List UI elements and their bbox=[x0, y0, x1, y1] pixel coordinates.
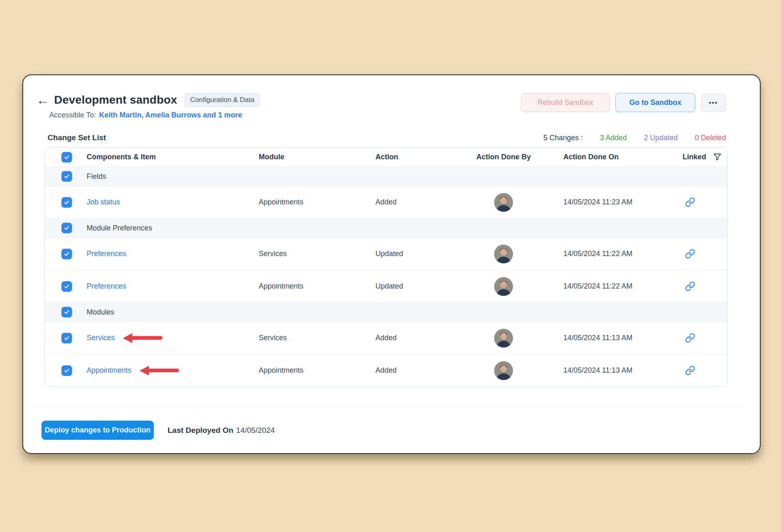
link-icon[interactable] bbox=[685, 281, 695, 291]
action-cell: Added bbox=[371, 334, 469, 342]
row-checkbox[interactable] bbox=[61, 197, 72, 208]
row-checkbox[interactable] bbox=[61, 249, 72, 259]
changes-summary: 5 Changes : 3 Added 2 Updated 0 Deleted bbox=[543, 134, 726, 142]
config-data-badge: Configuration & Data bbox=[185, 93, 260, 107]
red-arrow-shaft bbox=[149, 369, 179, 372]
action-cell: Updated bbox=[371, 250, 469, 258]
component-link[interactable]: Appointments bbox=[87, 366, 131, 375]
group-label: Module Preferences bbox=[81, 224, 255, 232]
row-checkbox[interactable] bbox=[61, 281, 72, 292]
action-done-on-cell: 14/05/2024 11:23 AM bbox=[538, 198, 652, 206]
user-photo-icon bbox=[494, 245, 513, 263]
table-body: Fields Job status Appointments Added bbox=[45, 167, 727, 387]
red-arrow-shaft bbox=[132, 336, 162, 340]
change-set-list-header: Change Set List 5 Changes : 3 Added 2 Up… bbox=[44, 133, 726, 142]
changes-added-count: 3 Added bbox=[600, 134, 627, 142]
table-header-row: Components & Item Module Action Action D… bbox=[45, 148, 727, 167]
more-options-button[interactable]: ••• bbox=[701, 94, 726, 112]
accessible-to-users-link[interactable]: Keith Martin, Amelia Burrows and 1 more bbox=[99, 111, 242, 119]
module-cell: Appointments bbox=[255, 198, 371, 206]
column-header-action-done-by: Action Done By bbox=[469, 153, 538, 161]
link-icon[interactable] bbox=[685, 249, 695, 259]
page-title: Development sandbox bbox=[54, 93, 177, 106]
back-arrow-icon[interactable]: ← bbox=[36, 93, 49, 106]
column-header-action: Action bbox=[371, 153, 469, 161]
table-row: Preferences Services Updated 14/05/2024 … bbox=[45, 237, 727, 270]
component-link[interactable]: Preferences bbox=[87, 250, 126, 258]
red-arrow-annotation bbox=[123, 333, 162, 343]
user-photo-icon bbox=[494, 277, 513, 296]
component-link[interactable]: Job status bbox=[87, 198, 120, 206]
module-cell: Appointments bbox=[255, 366, 371, 375]
checkmark-icon bbox=[63, 309, 70, 315]
link-icon[interactable] bbox=[685, 365, 695, 376]
table-row: Appointments Appointments Added 14/05/20… bbox=[45, 354, 727, 387]
header-left: ← Development sandbox Configuration & Da… bbox=[44, 93, 260, 119]
avatar bbox=[494, 193, 513, 212]
checkmark-icon bbox=[63, 154, 70, 161]
group-label: Fields bbox=[81, 172, 255, 181]
changes-deleted-count: 0 Deleted bbox=[695, 134, 726, 142]
action-done-on-cell: 14/05/2024 11:13 AM bbox=[538, 366, 652, 375]
linked-header-label: Linked bbox=[683, 153, 706, 161]
header-actions: Rebuild Sandbox Go to Sandbox ••• bbox=[521, 93, 726, 112]
row-checkbox[interactable] bbox=[61, 333, 72, 343]
row-checkbox[interactable] bbox=[61, 365, 72, 376]
accessible-to-row: Accessible To:Keith Martin, Amelia Burro… bbox=[49, 111, 260, 119]
column-header-module: Module bbox=[255, 153, 371, 161]
column-header-action-done-on: Action Done On bbox=[538, 153, 652, 161]
action-cell: Added bbox=[371, 198, 469, 206]
link-icon[interactable] bbox=[685, 197, 695, 207]
checkmark-icon bbox=[63, 173, 70, 180]
checkmark-icon bbox=[63, 283, 70, 290]
row-checkbox[interactable] bbox=[61, 223, 72, 233]
change-set-list-title: Change Set List bbox=[48, 133, 106, 142]
select-all-checkbox[interactable] bbox=[61, 152, 72, 163]
group-label: Modules bbox=[81, 308, 255, 317]
rebuild-sandbox-button[interactable]: Rebuild Sandbox bbox=[521, 93, 610, 112]
column-header-linked: Linked bbox=[652, 152, 728, 162]
module-cell: Services bbox=[255, 250, 371, 258]
checkmark-icon bbox=[63, 251, 70, 257]
checkmark-icon bbox=[63, 225, 70, 231]
red-arrow-head bbox=[140, 366, 149, 376]
action-cell: Added bbox=[371, 366, 469, 375]
user-photo-icon bbox=[494, 193, 513, 212]
module-cell: Appointments bbox=[255, 282, 371, 291]
link-icon[interactable] bbox=[685, 333, 695, 343]
checkmark-icon bbox=[63, 199, 70, 206]
red-arrow-annotation bbox=[140, 366, 179, 376]
checkmark-icon bbox=[63, 335, 70, 341]
card-header: ← Development sandbox Configuration & Da… bbox=[44, 93, 726, 119]
group-row: Modules bbox=[45, 302, 727, 321]
avatar bbox=[494, 361, 513, 380]
group-row: Module Preferences bbox=[45, 218, 727, 237]
group-row: Fields bbox=[45, 167, 727, 186]
checkmark-icon bbox=[63, 367, 70, 374]
changes-total: 5 Changes : bbox=[543, 134, 583, 142]
red-arrow-head bbox=[123, 333, 132, 343]
action-cell: Updated bbox=[371, 282, 469, 291]
action-done-on-cell: 14/05/2024 11:22 AM bbox=[538, 250, 652, 258]
row-checkbox[interactable] bbox=[61, 171, 72, 182]
last-deployed-label: Last Deployed On bbox=[168, 426, 233, 434]
last-deployed: Last Deployed On14/05/2024 bbox=[168, 426, 275, 435]
module-cell: Services bbox=[255, 334, 371, 342]
deploy-changes-button[interactable]: Deploy changes to Production bbox=[41, 421, 154, 440]
row-checkbox[interactable] bbox=[61, 307, 72, 317]
action-done-on-cell: 14/05/2024 11:22 AM bbox=[538, 282, 652, 291]
filter-icon[interactable] bbox=[713, 152, 722, 162]
go-to-sandbox-button[interactable]: Go to Sandbox bbox=[615, 93, 695, 112]
table-row: Services Services Added 14/05/2024 11:13… bbox=[45, 321, 727, 354]
user-photo-icon bbox=[494, 361, 513, 380]
component-link[interactable]: Services bbox=[87, 334, 115, 342]
title-row: ← Development sandbox Configuration & Da… bbox=[36, 93, 260, 107]
component-link[interactable]: Preferences bbox=[87, 282, 126, 291]
footer-row: Deploy changes to Production Last Deploy… bbox=[44, 421, 726, 440]
avatar bbox=[494, 245, 513, 263]
column-header-components: Components & Item bbox=[81, 153, 255, 161]
avatar bbox=[494, 277, 513, 296]
table-row: Job status Appointments Added 14/05/2024… bbox=[45, 186, 727, 218]
table-row: Preferences Appointments Updated 14/05/2… bbox=[45, 270, 727, 302]
footer-divider bbox=[34, 406, 744, 407]
